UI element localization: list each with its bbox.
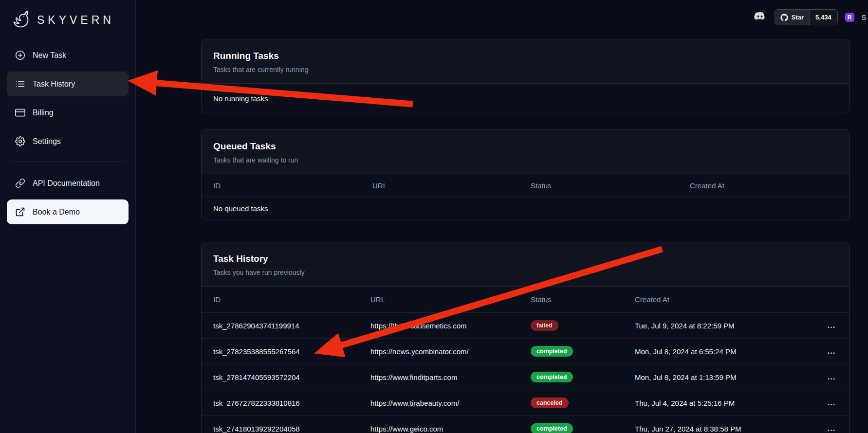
actions-cell: ... (813, 398, 850, 407)
queued-tasks-subtitle: Tasks that are waiting to run (213, 156, 838, 164)
user-name-text[interactable]: S (862, 14, 866, 21)
queued-tasks-header: Queued Tasks Tasks that are waiting to r… (202, 130, 850, 174)
created-at-cell: Thu, Jun 27, 2024 at 8:38:58 PM (623, 425, 813, 433)
github-star-widget[interactable]: Star 5,434 (775, 9, 838, 25)
queued-table-header: ID URL Status Created At (202, 174, 850, 197)
column-header-created-at: Created At (623, 295, 813, 304)
sidebar-item-label: Book a Demo (33, 208, 80, 216)
task-url-cell: https://www.geico.com (359, 425, 519, 433)
row-menu-button[interactable]: ... (828, 321, 835, 330)
task-history-rows: tsk_278629043741199914 https://thrivecau… (202, 312, 850, 433)
actions-cell: ... (813, 424, 850, 433)
topbar: Star 5,434 R S (753, 9, 866, 25)
plus-circle-icon (15, 50, 25, 60)
actions-cell: ... (813, 347, 850, 356)
app-root: SKYVERN New Task Task History Billing Se… (0, 0, 868, 433)
running-tasks-card: Running Tasks Tasks that are currently r… (201, 39, 850, 113)
task-url-cell: https://thrivecausemetics.com (359, 322, 519, 330)
sidebar-nav: New Task Task History Billing Settings A… (7, 43, 129, 224)
column-header-created-at: Created At (678, 181, 850, 190)
task-id-cell: tsk_278629043741199914 (202, 322, 359, 330)
task-url-cell: https://www.tirabeauty.com/ (359, 399, 519, 407)
actions-cell: ... (813, 373, 850, 381)
task-id-cell: tsk_278235388555267564 (202, 347, 359, 356)
skyvern-logo[interactable]: SKYVERN (7, 7, 129, 43)
table-row[interactable]: tsk_274180139292204058 https://www.geico… (202, 415, 850, 433)
created-at-cell: Mon, Jul 8, 2024 at 1:13:59 PM (623, 373, 813, 381)
sidebar-item-billing[interactable]: Billing (7, 100, 129, 125)
task-id-cell: tsk_274180139292204058 (202, 425, 359, 433)
task-history-card: Task History Tasks you have run previous… (201, 242, 850, 433)
status-badge: failed (531, 320, 558, 331)
link-icon (15, 178, 25, 188)
github-icon (780, 14, 788, 21)
list-icon (15, 79, 25, 89)
status-badge: canceled (531, 397, 569, 408)
running-tasks-subtitle: Tasks that are currently running (213, 66, 838, 73)
row-menu-button[interactable]: ... (828, 347, 835, 356)
sidebar-item-label: Task History (33, 80, 75, 89)
column-header-id: ID (202, 295, 359, 304)
status-cell: completed (519, 346, 623, 357)
sidebar-item-book-a-demo[interactable]: Book a Demo (7, 199, 129, 224)
row-menu-button[interactable]: ... (828, 424, 835, 433)
table-row[interactable]: tsk_278147405593572204 https://www.findi… (202, 364, 850, 390)
sidebar-item-label: New Task (33, 51, 66, 60)
status-cell: failed (519, 320, 623, 331)
task-id-cell: tsk_278147405593572204 (202, 373, 359, 381)
status-badge: completed (531, 423, 573, 433)
discord-button[interactable] (753, 12, 767, 23)
avatar[interactable]: R (845, 13, 854, 22)
sidebar-item-settings[interactable]: Settings (7, 129, 129, 154)
task-history-table-header: ID URL Status Created At (202, 287, 850, 312)
content: Running Tasks Tasks that are currently r… (201, 39, 850, 433)
table-row[interactable]: tsk_278235388555267564 https://news.ycom… (202, 338, 850, 364)
column-header-url: URL (359, 295, 519, 304)
main-area: Star 5,434 R S Running Tasks Tasks that … (136, 0, 868, 433)
task-url-cell: https://www.finditparts.com (359, 373, 519, 381)
table-row[interactable]: tsk_276727822333810816 https://www.tirab… (202, 390, 850, 415)
status-cell: completed (519, 372, 623, 382)
status-cell: completed (519, 423, 623, 433)
gear-icon (15, 136, 25, 146)
column-header-status: Status (519, 181, 678, 190)
queued-tasks-card: Queued Tasks Tasks that are waiting to r… (201, 129, 850, 220)
column-header-id: ID (202, 181, 361, 190)
status-cell: canceled (519, 397, 623, 408)
credit-card-icon (15, 108, 25, 118)
task-history-header: Task History Tasks you have run previous… (202, 242, 850, 287)
running-tasks-empty-state: No running tasks (202, 84, 850, 113)
row-menu-button[interactable]: ... (828, 398, 835, 407)
task-url-cell: https://news.ycombinator.com/ (359, 347, 519, 356)
github-star-button[interactable]: Star (775, 10, 809, 25)
sidebar-item-task-history[interactable]: Task History (7, 72, 129, 96)
sidebar-item-label: API Documentation (33, 179, 100, 188)
task-history-title: Task History (213, 253, 838, 264)
table-row[interactable]: tsk_278629043741199914 https://thrivecau… (202, 312, 850, 338)
status-badge: completed (531, 372, 573, 382)
status-badge: completed (531, 346, 573, 357)
running-tasks-title: Running Tasks (213, 50, 838, 61)
running-tasks-header: Running Tasks Tasks that are currently r… (202, 39, 850, 84)
task-id-cell: tsk_276727822333810816 (202, 399, 359, 407)
sidebar: SKYVERN New Task Task History Billing Se… (0, 0, 136, 433)
created-at-cell: Mon, Jul 8, 2024 at 6:55:24 PM (623, 347, 813, 356)
sidebar-item-new-task[interactable]: New Task (7, 43, 129, 68)
column-header-url: URL (361, 181, 519, 190)
created-at-cell: Thu, Jul 4, 2024 at 5:25:16 PM (623, 399, 813, 407)
external-link-icon (15, 207, 25, 217)
github-star-count[interactable]: 5,434 (809, 10, 837, 25)
queued-tasks-title: Queued Tasks (213, 141, 838, 152)
skyvern-dragon-icon (10, 9, 32, 31)
column-header-status: Status (519, 295, 623, 304)
sidebar-item-api-documentation[interactable]: API Documentation (7, 171, 129, 196)
row-menu-button[interactable]: ... (828, 373, 835, 381)
task-history-subtitle: Tasks you have run previously (213, 269, 838, 276)
sidebar-item-label: Billing (33, 108, 54, 117)
github-star-label: Star (792, 14, 804, 21)
created-at-cell: Tue, Jul 9, 2024 at 8:22:59 PM (623, 322, 813, 330)
queued-tasks-empty-state: No queued tasks (202, 197, 850, 220)
logo-wordmark: SKYVERN (37, 14, 114, 27)
sidebar-divider (9, 162, 127, 162)
sidebar-item-label: Settings (33, 137, 61, 146)
